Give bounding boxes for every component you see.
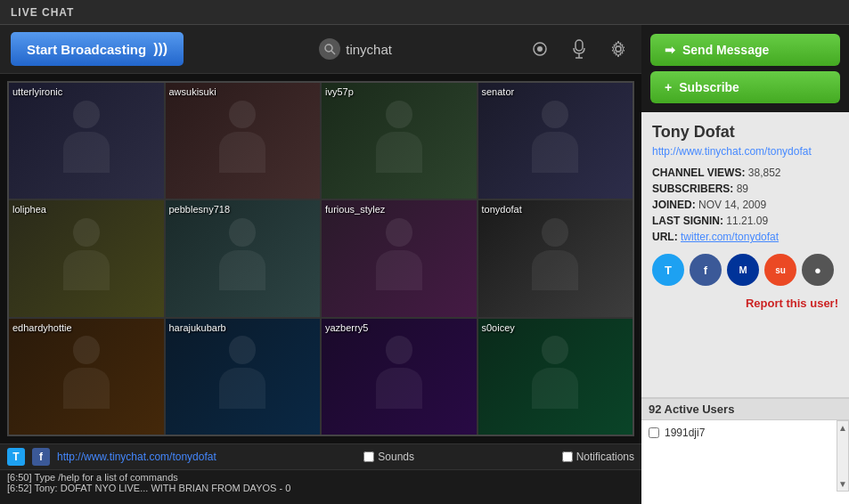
- video-cell: utterlyironic: [9, 83, 164, 199]
- scroll-up-icon[interactable]: ▲: [837, 421, 849, 435]
- active-users-count: 92 Active Users: [649, 402, 734, 416]
- video-username: loliphea: [12, 204, 46, 215]
- toolbar: Start Broadcasting ))) tinychat: [0, 25, 641, 74]
- svg-point-0: [325, 45, 332, 52]
- last-signin-stat: LAST SIGNIN: 11.21.09: [652, 215, 838, 227]
- settings-icon[interactable]: [606, 37, 631, 61]
- video-placeholder: [478, 83, 633, 199]
- video-cell: pebblesny718: [166, 200, 321, 316]
- users-list-container: 1991dji7 ▲ ▼: [641, 420, 849, 492]
- video-placeholder: [166, 83, 321, 199]
- myspace-social-icon[interactable]: M: [727, 254, 759, 286]
- video-username: ivy57p: [325, 86, 354, 97]
- scroll-down-icon[interactable]: ▼: [837, 477, 849, 491]
- video-placeholder: [478, 200, 633, 316]
- svg-rect-4: [576, 40, 583, 51]
- video-cell: harajukubarb: [166, 319, 321, 435]
- url-label: URL:: [652, 231, 678, 243]
- chat-message-1: [6:50] Type /help for a list of commands: [7, 472, 634, 483]
- profile-url-link[interactable]: http://www.tinychat.com/tonydofat: [652, 145, 838, 158]
- report-user-link[interactable]: Report this user!: [652, 297, 838, 310]
- start-broadcast-button[interactable]: Start Broadcasting ))): [11, 32, 184, 66]
- video-cell: ivy57p: [322, 83, 477, 199]
- subscribe-label: Subscribe: [679, 80, 739, 94]
- subscribers-stat: SUBSCRIBERS: 89: [652, 183, 838, 195]
- joined-label: JOINED:: [652, 199, 696, 211]
- video-username: s0oicey: [482, 322, 515, 333]
- twitter-url-link[interactable]: twitter.com/tonydofat: [681, 231, 779, 243]
- joined-value: NOV 14, 2009: [698, 199, 766, 211]
- tinychat-logo: tinychat: [319, 38, 392, 60]
- video-cell: loliphea: [9, 200, 164, 316]
- tinychat-name: tinychat: [346, 42, 392, 57]
- camera-icon[interactable]: [527, 37, 552, 61]
- video-cell: senator: [478, 83, 633, 199]
- twitter-share-icon[interactable]: T: [7, 448, 25, 466]
- left-panel: Start Broadcasting ))) tinychat: [0, 25, 641, 504]
- facebook-social-icon[interactable]: f: [690, 254, 722, 286]
- profile-name: Tony Dofat: [652, 123, 838, 142]
- sidebar-buttons: ➡ Send Message + Subscribe: [641, 25, 849, 112]
- social-icons-row: T f M su ●: [652, 254, 838, 286]
- active-users-header: 92 Active Users: [641, 399, 849, 420]
- header-bar: LIVE CHAT: [0, 0, 849, 25]
- subscribers-label: SUBSCRIBERS:: [652, 183, 733, 195]
- svg-line-1: [331, 51, 335, 54]
- video-placeholder: [322, 200, 477, 316]
- video-placeholder: [9, 319, 164, 435]
- channel-views-stat: CHANNEL VIEWS: 38,852: [652, 167, 838, 179]
- broadcast-waves-icon: ))): [153, 41, 167, 57]
- video-placeholder: [322, 319, 477, 435]
- facebook-share-icon[interactable]: f: [32, 448, 50, 466]
- video-grid-container: utterlyironicawsukisukiivy57psenatorloli…: [0, 74, 641, 443]
- send-icon: ➡: [665, 43, 675, 57]
- joined-stat: JOINED: NOV 14, 2009: [652, 199, 838, 211]
- video-username: yazberry5: [325, 322, 368, 333]
- notifications-label: Notifications: [576, 451, 634, 463]
- video-grid: utterlyironicawsukisukiivy57psenatorloli…: [7, 81, 634, 436]
- video-placeholder: [478, 319, 633, 435]
- url-stat: URL: twitter.com/tonydofat: [652, 231, 838, 243]
- sounds-checkbox[interactable]: [363, 451, 374, 462]
- video-username: pebblesny718: [169, 204, 231, 215]
- notifications-checkbox[interactable]: [562, 451, 573, 462]
- toolbar-center: tinychat: [198, 38, 513, 60]
- notifications-checkbox-label[interactable]: Notifications: [562, 451, 634, 463]
- users-scroll: ▲ ▼: [837, 420, 849, 492]
- active-users-panel: 92 Active Users 1991dji7 ▲ ▼: [641, 397, 849, 504]
- video-username: tonydofat: [482, 204, 522, 215]
- broadcast-label: Start Broadcasting: [27, 42, 146, 57]
- mic-icon[interactable]: [567, 37, 592, 61]
- list-item: 1991dji7: [649, 424, 829, 442]
- last-signin-label: LAST SIGNIN:: [652, 215, 723, 227]
- video-placeholder: [166, 200, 321, 316]
- header-title: LIVE CHAT: [11, 6, 74, 19]
- video-cell: s0oicey: [478, 319, 633, 435]
- send-message-label: Send Message: [682, 43, 769, 57]
- chat-message-2: [6:52] Tony: DOFAT NYO LIVE... WITH BRIA…: [7, 483, 634, 493]
- tinychat-search-icon: [319, 38, 340, 60]
- send-message-button[interactable]: ➡ Send Message: [650, 34, 840, 66]
- svg-point-7: [616, 46, 621, 52]
- chat-channel-link[interactable]: http://www.tinychat.com/tonydofat: [57, 451, 216, 463]
- other-social-icon[interactable]: ●: [802, 254, 834, 286]
- sounds-label: Sounds: [378, 451, 414, 463]
- video-cell: edhardyhottie: [9, 319, 164, 435]
- profile-section: Tony Dofat http://www.tinychat.com/tonyd…: [641, 112, 849, 397]
- subscribers-value: 89: [737, 183, 748, 195]
- video-username: awsukisuki: [169, 86, 216, 97]
- main-layout: Start Broadcasting ))) tinychat: [0, 25, 849, 504]
- stumbleupon-social-icon[interactable]: su: [764, 254, 796, 286]
- subscribe-button[interactable]: + Subscribe: [650, 71, 840, 103]
- video-username: edhardyhottie: [12, 322, 72, 333]
- video-placeholder: [9, 200, 164, 316]
- channel-views-value: 38,852: [748, 167, 781, 179]
- twitter-social-icon[interactable]: T: [652, 254, 684, 286]
- svg-point-3: [537, 46, 543, 52]
- user-checkbox[interactable]: [649, 427, 659, 438]
- users-list: 1991dji7: [641, 420, 837, 492]
- sounds-checkbox-label[interactable]: Sounds: [363, 451, 414, 463]
- subscribe-icon: +: [665, 80, 672, 94]
- video-cell: furious_stylez: [322, 200, 477, 316]
- video-cell: awsukisuki: [166, 83, 321, 199]
